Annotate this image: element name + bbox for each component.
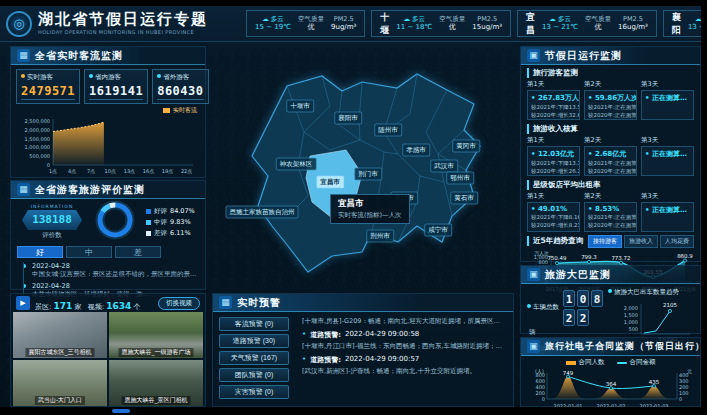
legend-swatch [617,362,627,364]
svg-text:0: 0 [679,396,682,402]
stat-value: 860430 [157,84,203,100]
bus-chart-title: 旅游大巴出车数量趋势 [608,288,694,297]
trend-tab[interactable]: 人均花费 [660,235,694,248]
warning-tab[interactable]: 团队预警 (0) [219,368,289,382]
holiday-section-title: 星级饭店平均出租率 [527,180,694,190]
day-label: 第1天 [527,136,580,145]
switch-video-button[interactable]: 切换视频 [158,297,200,310]
warning-text: [十堰市,房县]-G209：畅通；南向北,迎宾大道附近拥堵，所属景区：房县观音洞… [302,317,506,326]
holiday-day-col: 第2天 • 59.86万人次 较2021年:正在测算较2020年:正在测算 [584,80,637,120]
trend-tab[interactable]: 旅游收入 [624,235,658,248]
weather-temp: 15 ~ 19℃ [255,23,291,32]
svg-text:200: 200 [535,390,545,396]
app-logo-icon: ◎ [6,11,32,37]
warning-list[interactable]: [十堰市,房县]-G209：畅通；南向北,迎宾大道附近拥堵，所属景区：房县观音洞… [295,312,513,406]
day-label: 第3天 [641,136,694,145]
comment-date: 2022-04-28 [32,282,199,290]
map-city-label[interactable]: 宜昌市 [316,176,344,189]
rating-tab[interactable]: 差 [115,246,161,258]
tooltip-metric: 实时客流(指标)—人次 [338,211,402,220]
holiday-day-col: 第3天 • 正在测算… [641,192,694,232]
svg-text:364: 364 [606,381,617,387]
trend-tab[interactable]: 接待游客 [588,235,622,248]
flip-digit: 0 [577,290,589,307]
camera-feed[interactable]: 武当山-大门入口 [13,360,107,406]
panel-header: ▦ 实时预警 [213,294,513,312]
aqi-value: 优 [449,23,456,32]
flow-stats: 实时游客 2479571 省内游客 1619141 省外游客 860430 [11,65,205,106]
weather-condition: ☁ 多云 [262,15,284,23]
panel-warnings: ▦ 实时预警 客流预警 (0)道路预警 (30)天气预警 (167)团队预警 (… [212,293,514,407]
map-city-label[interactable]: 恩施土家族苗族自治州 [226,206,299,219]
map-city-label[interactable]: 随州市 [374,124,402,137]
svg-text:2,000: 2,000 [624,305,638,311]
pm25-value: 16ug/m³ [618,23,648,32]
comment-text: 中国女城·汉宫景区：景区还是很不错的，景区里面的景点也比较多，以及文创较丰富 [32,270,199,279]
panel-cameras: ▶ 景区: 171 家视频: 1634 个 切换视频 襄阳古城东区_三号相机 恩… [10,293,206,407]
svg-text:500: 500 [628,326,638,332]
warning-tab[interactable]: 天气预警 (167) [219,351,289,365]
bus-total-digits: 10822 [562,288,604,326]
map-city-label[interactable]: 襄阳市 [334,112,362,125]
warning-tab[interactable]: 客流预警 (0) [219,317,289,331]
camera-caption: 襄阳古城东区_三号相机 [26,348,95,357]
svg-text:22点: 22点 [181,168,192,174]
holiday-day-col: 第1天 • 49.01% 较2021年:下降8.16%较2020年:增长8.21… [527,192,580,232]
svg-text:1,500: 1,500 [624,312,638,318]
badge-caption: INFORMATION [16,204,88,209]
rating-legend: 好评84.07% 中评9.83% 差评6.11% [142,205,200,240]
badge-value: 138188 [22,210,82,230]
svg-text:200: 200 [679,384,689,390]
map-city-label[interactable]: 神农架林区 [276,158,317,171]
day-label: 第1天 [527,80,580,89]
aqi-label: 空气质量 [585,15,611,23]
flip-digit: 1 [563,290,575,307]
weather-condition: ☁ 多云 [549,15,571,23]
camera-feed[interactable]: 襄阳古城东区_三号相机 [13,312,107,358]
weather-city: 十堰 [380,11,389,37]
rating-tabs: 好中差 [11,245,205,259]
svg-text:300: 300 [679,378,689,384]
map-city-label[interactable]: 荆门市 [354,168,382,181]
panel-header: ▦ 全省实时客流监测 [11,47,205,65]
tooltip-city: 宜昌市 [338,198,402,210]
svg-text:1,500,000: 1,500,000 [25,136,50,142]
map-city-label[interactable]: 咸宁市 [424,224,452,237]
warning-tabs: 客流预警 (0)道路预警 (30)天气预警 (167)团队预警 (0)灾害预警 … [213,312,295,406]
map-city-label[interactable]: 孝感市 [402,144,430,157]
province-map[interactable]: 十堰市神农架林区襄阳市随州市孝感市武汉市黄冈市鄂州市黄石市咸宁市荆州市荆门市天门… [212,46,514,290]
monitor-icon: ▣ [527,49,540,62]
camera-feed[interactable]: 恩施大峡谷_景区门相机 [109,360,203,406]
panel-header: ▣ 旅游大巴监测 [521,266,700,284]
warning-tab[interactable]: 灾害预警 (0) [219,385,289,399]
map-city-label[interactable]: 鄂州市 [446,172,474,185]
weather-card: 十堰 ☁ 多云11 ~ 18℃ 空气质量优 PM2.515ug/m³ [371,10,511,37]
holiday-section-title: 旅游收入核算 [527,124,694,134]
svg-text:0: 0 [542,396,545,402]
pm25-label: PM2.5 [477,15,497,23]
svg-text:1,000: 1,000 [624,319,638,325]
svg-text:500,000: 500,000 [29,153,50,159]
svg-text:750.49: 750.49 [547,255,567,261]
panel-title: 全省实时客流监测 [35,49,123,63]
rating-legend-item: 中评9.83% [146,218,200,227]
day-label: 第2天 [584,192,637,201]
svg-text:4点: 4点 [68,168,76,174]
camera-feed[interactable]: 恩施大峡谷_一级游客广场 [109,312,203,358]
holiday-sections: 旅行游客监测 第1天 • 267.83万人次 较2021年:下降13.58%较2… [521,65,700,233]
stat-value: 1619141 [89,84,143,100]
panel-title: 实时预警 [237,296,281,310]
map-city-label[interactable]: 十堰市 [286,100,314,113]
warning-tab[interactable]: 道路预警 (30) [219,334,289,348]
flip-digit: 2 [563,309,575,326]
weather-city: 宜昌 [526,11,535,37]
header-bar: ◎ 湖北省节假日运行专题 HOLIDAY OPERATION MONITORIN… [0,6,701,42]
page-subtitle: HOLIDAY OPERATION MONITORING IN HUBEI PR… [38,29,208,35]
map-city-label[interactable]: 黄冈市 [452,140,480,153]
map-city-label[interactable]: 黄石市 [450,192,478,205]
contract-legend-item: 合同金额 [617,358,656,367]
rating-tab[interactable]: 好 [17,246,63,258]
map-city-label[interactable]: 荆州市 [366,230,394,243]
day-metric-box: • 正在测算… [641,202,694,232]
rating-tab[interactable]: 中 [66,246,112,258]
